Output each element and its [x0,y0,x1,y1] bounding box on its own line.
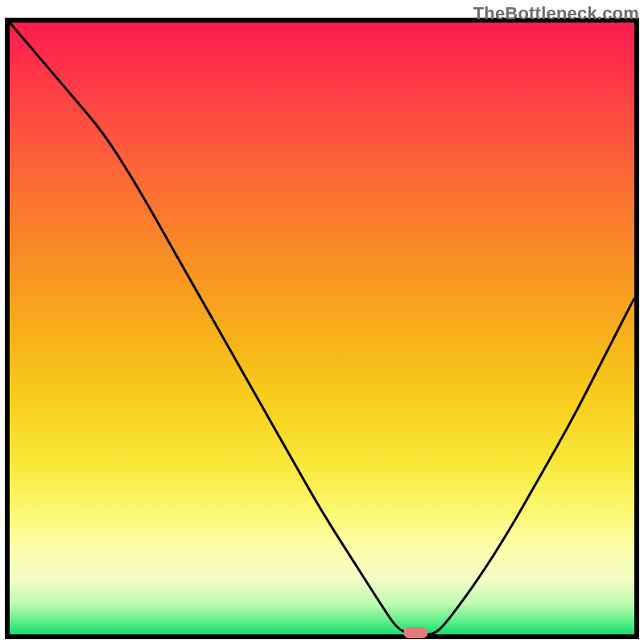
optimal-marker [403,627,427,638]
chart-svg [0,0,644,644]
plot-background [10,23,634,634]
watermark-label: TheBottleneck.com [473,3,639,24]
bottleneck-chart: TheBottleneck.com [0,0,644,644]
